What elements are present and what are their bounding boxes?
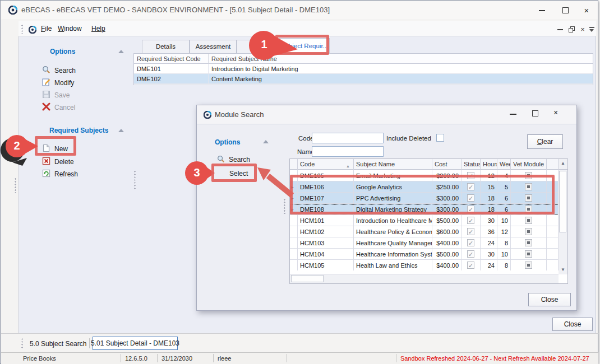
vertical-scrollbar[interactable]: ▼ bbox=[559, 170, 567, 274]
column-header[interactable]: Required Subject Code bbox=[134, 54, 209, 64]
column-header-vet-module[interactable]: Vet Module bbox=[511, 159, 547, 170]
dialog-options-header[interactable]: Options bbox=[215, 138, 240, 146]
mdi-minimize-button[interactable] bbox=[556, 25, 565, 34]
partial-row bbox=[290, 270, 559, 274]
module-status-cell: ✓ bbox=[461, 260, 481, 271]
required-subjects-group-header[interactable]: Required Subjects bbox=[49, 127, 108, 134]
module-row[interactable]: DME105Email Marketing$200.00✓124 bbox=[290, 170, 567, 181]
delete-icon bbox=[42, 157, 50, 167]
column-header-status[interactable]: Status bbox=[461, 159, 481, 170]
module-row[interactable]: HCM101Introduction to Healthcare M$500.0… bbox=[290, 215, 567, 226]
required-subjects-table: Required Subject Code Required Subject N… bbox=[133, 53, 593, 85]
module-week-cell: 10 bbox=[497, 249, 511, 260]
clear-button[interactable]: Clear bbox=[527, 134, 563, 149]
module-week-cell: 12 bbox=[497, 226, 511, 237]
doc-tab-subject-search[interactable]: 5.0 Subject Search bbox=[30, 340, 86, 348]
module-search-dialog: Module Search × Options Search Select Co… bbox=[196, 105, 577, 311]
menu-grip[interactable] bbox=[21, 24, 24, 34]
dialog-minimize-button[interactable] bbox=[510, 114, 516, 115]
column-header-code[interactable]: Code▲ bbox=[298, 159, 354, 170]
module-status-cell: ✓ bbox=[461, 170, 481, 181]
sidebar-item-new[interactable]: New bbox=[42, 143, 68, 155]
mdi-restore-button[interactable] bbox=[567, 25, 576, 34]
sidebar-item-label: Refresh bbox=[54, 170, 78, 178]
module-vet-cell bbox=[511, 193, 547, 204]
menu-app-icon bbox=[29, 26, 36, 36]
dialog-close-button[interactable]: Close bbox=[528, 293, 571, 306]
module-row[interactable]: HCM103Healthcare Quality Managem$400.00✓… bbox=[290, 237, 567, 249]
module-status-cell: ✓ bbox=[461, 181, 481, 193]
include-deleted-checkbox[interactable] bbox=[436, 134, 444, 142]
tab-assessment[interactable]: Assessment bbox=[190, 40, 237, 53]
module-row[interactable]: ▸DME108Digital Marketing Strategy$300.00… bbox=[290, 204, 567, 215]
vertical-scroll-thumb[interactable] bbox=[559, 171, 566, 232]
required-subjects-collapse-icon[interactable] bbox=[118, 129, 124, 132]
close-window-button[interactable]: × bbox=[576, 2, 597, 19]
sidebar-item-modify[interactable]: Modify bbox=[42, 77, 74, 88]
module-hours-cell: 24 bbox=[481, 237, 497, 249]
column-header-subject-name[interactable]: Subject Name bbox=[354, 159, 432, 170]
row-indicator bbox=[290, 226, 298, 237]
panel-splitter-grip[interactable] bbox=[133, 170, 136, 189]
module-row[interactable]: HCM104Healthcare Information Syst$500.00… bbox=[290, 249, 567, 260]
sidebar-item-search[interactable]: Search bbox=[42, 65, 76, 76]
indeterminate-checkbox-icon bbox=[525, 262, 532, 269]
app-logo-icon bbox=[8, 6, 17, 17]
module-row[interactable]: HCM102Healthcare Policy & Economi$600.00… bbox=[290, 226, 567, 237]
tab-subject-requirements[interactable]: Subject Requir... bbox=[279, 38, 330, 53]
menu-file[interactable]: File bbox=[39, 23, 54, 34]
tab-details[interactable]: Details bbox=[142, 40, 190, 53]
dialog-item-search[interactable]: Search bbox=[217, 154, 250, 165]
scroll-up-icon[interactable]: ▲ bbox=[559, 159, 567, 170]
scroll-down-icon[interactable]: ▼ bbox=[559, 265, 567, 274]
column-header[interactable]: Required Subject Name bbox=[209, 54, 593, 64]
dialog-item-select[interactable]: Select bbox=[229, 168, 248, 179]
sidebar-item-refresh[interactable]: Refresh bbox=[42, 169, 78, 180]
sidebar-item-cancel[interactable]: Cancel bbox=[42, 102, 75, 113]
module-week-cell: 4 bbox=[497, 170, 511, 181]
dialog-options-collapse-icon[interactable] bbox=[263, 140, 269, 143]
search-icon bbox=[42, 66, 50, 76]
column-header-week[interactable]: Week bbox=[497, 159, 511, 170]
tab-hidden-partial[interactable]: s bbox=[237, 40, 279, 53]
horizontal-scroll-thumb[interactable] bbox=[291, 275, 324, 282]
horizontal-scrollbar[interactable] bbox=[290, 274, 559, 283]
required-table-header: Required Subject Code Required Subject N… bbox=[134, 54, 593, 64]
main-close-button[interactable]: Close bbox=[552, 318, 593, 331]
module-name-cell: Google Analytics bbox=[354, 181, 432, 193]
module-hours-cell: 30 bbox=[481, 215, 497, 226]
customize-chevron-icon[interactable] bbox=[588, 25, 596, 34]
required-subject-row[interactable]: DME102Content Marketing bbox=[134, 74, 593, 84]
required-subject-name-cell: Content Marketing bbox=[209, 74, 593, 84]
maximize-button[interactable] bbox=[555, 2, 575, 19]
dialog-splitter-grip[interactable] bbox=[283, 198, 286, 214]
minimize-button[interactable] bbox=[532, 2, 552, 19]
module-code-cell: DME105 bbox=[298, 170, 354, 181]
code-input[interactable] bbox=[312, 133, 384, 143]
window-title: eBECAS - eBECAS VET DEMO - SANDBOX ENVIR… bbox=[21, 1, 330, 19]
module-week-cell: 10 bbox=[497, 215, 511, 226]
save-icon bbox=[42, 90, 50, 100]
dialog-maximize-button[interactable] bbox=[532, 110, 538, 116]
mdi-close-button[interactable]: × bbox=[578, 25, 587, 34]
doc-tab-grip[interactable] bbox=[21, 338, 24, 349]
options-group-header[interactable]: Options bbox=[50, 48, 75, 55]
column-header-cost[interactable]: Cost bbox=[432, 159, 461, 170]
required-subject-row[interactable]: DME101Introduction to Digital Marketing bbox=[134, 64, 593, 74]
column-header-hours[interactable]: Hours bbox=[481, 159, 497, 170]
options-collapse-icon[interactable] bbox=[118, 50, 124, 53]
module-row[interactable]: ▸DME106Google Analytics$250.00✓155 bbox=[290, 181, 567, 193]
module-row[interactable]: ▸DME107PPC Advertising$300.00✓186 bbox=[290, 193, 567, 204]
module-name-cell: Introduction to Healthcare M bbox=[354, 215, 432, 226]
window-edge-grip[interactable] bbox=[14, 178, 17, 193]
sidebar-item-label: Cancel bbox=[54, 104, 75, 111]
sidebar-item-delete[interactable]: Delete bbox=[42, 156, 74, 167]
menu-help[interactable]: Help bbox=[89, 23, 108, 34]
name-input[interactable] bbox=[312, 146, 384, 157]
doc-tab-subject-detail[interactable]: 5.01 Subject Detail - DME103 bbox=[93, 337, 178, 350]
status-separator bbox=[287, 354, 287, 362]
dialog-close-x-button[interactable]: × bbox=[553, 108, 558, 117]
sidebar-item-save[interactable]: Save bbox=[42, 90, 70, 101]
module-row[interactable]: HCM105Health Law and Ethics$400.00✓248 bbox=[290, 260, 567, 271]
menu-window[interactable]: Window bbox=[56, 23, 84, 34]
